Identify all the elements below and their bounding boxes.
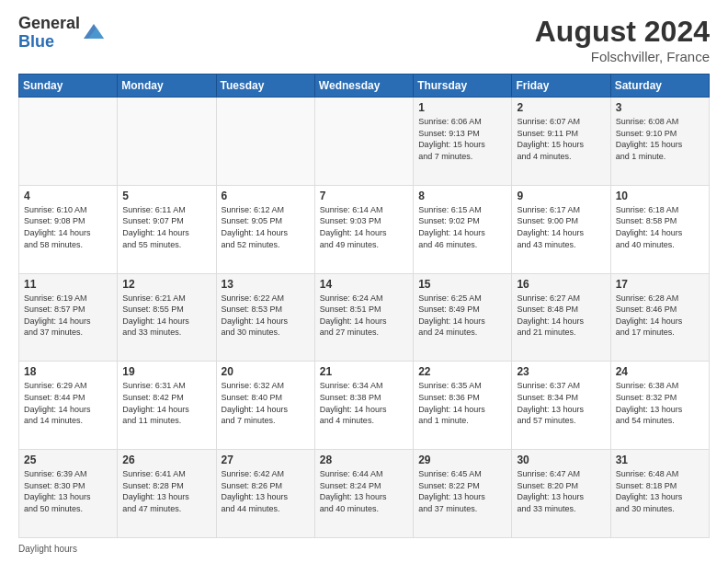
calendar-cell: 18Sunrise: 6:29 AM Sunset: 8:44 PM Dayli… [19, 362, 118, 450]
day-info: Sunrise: 6:08 AM Sunset: 9:10 PM Dayligh… [616, 116, 704, 162]
day-info: Sunrise: 6:17 AM Sunset: 9:00 PM Dayligh… [517, 204, 605, 250]
header: General Blue August 2024 Folschviller, F… [18, 15, 710, 64]
day-number: 6 [222, 190, 310, 202]
calendar-cell [216, 98, 314, 186]
day-number: 24 [616, 365, 704, 378]
page: General Blue August 2024 Folschviller, F… [0, 0, 728, 563]
day-info: Sunrise: 6:21 AM Sunset: 8:55 PM Dayligh… [122, 293, 210, 339]
calendar-cell: 17Sunrise: 6:28 AM Sunset: 8:46 PM Dayli… [610, 273, 709, 362]
calendar-cell: 20Sunrise: 6:32 AM Sunset: 8:40 PM Dayli… [216, 362, 314, 450]
calendar-cell [118, 98, 216, 186]
calendar-cell: 11Sunrise: 6:19 AM Sunset: 8:57 PM Dayli… [19, 273, 118, 362]
calendar-cell: 29Sunrise: 6:45 AM Sunset: 8:22 PM Dayli… [414, 450, 512, 538]
day-info: Sunrise: 6:48 AM Sunset: 8:18 PM Dayligh… [616, 468, 704, 514]
calendar-cell: 16Sunrise: 6:27 AM Sunset: 8:48 PM Dayli… [512, 273, 610, 362]
calendar-cell: 4Sunrise: 6:10 AM Sunset: 9:08 PM Daylig… [19, 185, 118, 273]
calendar-cell: 8Sunrise: 6:15 AM Sunset: 9:02 PM Daylig… [414, 185, 512, 273]
day-number: 20 [222, 365, 310, 378]
day-of-week-header: Wednesday [314, 75, 413, 98]
day-number: 14 [320, 278, 408, 291]
day-number: 31 [616, 454, 704, 466]
day-of-week-header: Monday [118, 75, 216, 98]
logo-general: General [18, 15, 80, 33]
day-number: 7 [320, 190, 408, 202]
day-number: 22 [418, 365, 506, 378]
calendar-cell: 7Sunrise: 6:14 AM Sunset: 9:03 PM Daylig… [314, 185, 413, 273]
day-info: Sunrise: 6:34 AM Sunset: 8:38 PM Dayligh… [320, 380, 408, 426]
calendar-cell: 12Sunrise: 6:21 AM Sunset: 8:55 PM Dayli… [118, 273, 216, 362]
logo-icon [84, 22, 104, 42]
day-info: Sunrise: 6:35 AM Sunset: 8:36 PM Dayligh… [418, 380, 506, 426]
calendar-cell: 3Sunrise: 6:08 AM Sunset: 9:10 PM Daylig… [610, 98, 709, 186]
day-info: Sunrise: 6:10 AM Sunset: 9:08 PM Dayligh… [24, 204, 112, 250]
day-number: 19 [122, 365, 210, 378]
day-number: 3 [616, 101, 704, 114]
day-info: Sunrise: 6:32 AM Sunset: 8:40 PM Dayligh… [222, 380, 310, 426]
day-info: Sunrise: 6:07 AM Sunset: 9:11 PM Dayligh… [517, 116, 605, 162]
day-info: Sunrise: 6:44 AM Sunset: 8:24 PM Dayligh… [320, 468, 408, 514]
calendar-cell: 5Sunrise: 6:11 AM Sunset: 9:07 PM Daylig… [118, 185, 216, 273]
logo-blue: Blue [18, 33, 80, 52]
day-of-week-header: Thursday [414, 75, 512, 98]
calendar-week-row: 18Sunrise: 6:29 AM Sunset: 8:44 PM Dayli… [19, 362, 710, 450]
calendar-cell: 10Sunrise: 6:18 AM Sunset: 8:58 PM Dayli… [610, 185, 709, 273]
day-info: Sunrise: 6:15 AM Sunset: 9:02 PM Dayligh… [418, 204, 506, 250]
day-info: Sunrise: 6:42 AM Sunset: 8:26 PM Dayligh… [222, 468, 310, 514]
calendar-cell [314, 98, 413, 186]
calendar-cell: 1Sunrise: 6:06 AM Sunset: 9:13 PM Daylig… [414, 98, 512, 186]
day-number: 10 [616, 190, 704, 202]
day-info: Sunrise: 6:37 AM Sunset: 8:34 PM Dayligh… [517, 380, 605, 426]
day-number: 5 [122, 190, 210, 202]
day-number: 1 [418, 101, 506, 114]
day-of-week-header: Friday [512, 75, 610, 98]
calendar-cell: 27Sunrise: 6:42 AM Sunset: 8:26 PM Dayli… [216, 450, 314, 538]
day-info: Sunrise: 6:47 AM Sunset: 8:20 PM Dayligh… [517, 468, 605, 514]
calendar: SundayMondayTuesdayWednesdayThursdayFrid… [18, 74, 710, 538]
day-number: 26 [122, 454, 210, 466]
day-info: Sunrise: 6:31 AM Sunset: 8:42 PM Dayligh… [122, 380, 210, 426]
day-info: Sunrise: 6:24 AM Sunset: 8:51 PM Dayligh… [320, 293, 408, 339]
day-number: 25 [24, 454, 112, 466]
title-block: August 2024 Folschviller, France [535, 15, 710, 64]
calendar-cell: 6Sunrise: 6:12 AM Sunset: 9:05 PM Daylig… [216, 185, 314, 273]
calendar-cell: 30Sunrise: 6:47 AM Sunset: 8:20 PM Dayli… [512, 450, 610, 538]
day-info: Sunrise: 6:12 AM Sunset: 9:05 PM Dayligh… [222, 204, 310, 250]
day-number: 11 [24, 278, 112, 291]
day-number: 23 [517, 365, 605, 378]
day-number: 12 [122, 278, 210, 291]
day-number: 30 [517, 454, 605, 466]
calendar-cell: 23Sunrise: 6:37 AM Sunset: 8:34 PM Dayli… [512, 362, 610, 450]
day-info: Sunrise: 6:27 AM Sunset: 8:48 PM Dayligh… [517, 293, 605, 339]
day-info: Sunrise: 6:29 AM Sunset: 8:44 PM Dayligh… [24, 380, 112, 426]
calendar-cell: 24Sunrise: 6:38 AM Sunset: 8:32 PM Dayli… [610, 362, 709, 450]
day-info: Sunrise: 6:25 AM Sunset: 8:49 PM Dayligh… [418, 293, 506, 339]
calendar-cell: 31Sunrise: 6:48 AM Sunset: 8:18 PM Dayli… [610, 450, 709, 538]
day-info: Sunrise: 6:38 AM Sunset: 8:32 PM Dayligh… [616, 380, 704, 426]
day-number: 16 [517, 278, 605, 291]
logo: General Blue [18, 15, 104, 52]
calendar-cell: 2Sunrise: 6:07 AM Sunset: 9:11 PM Daylig… [512, 98, 610, 186]
calendar-cell: 22Sunrise: 6:35 AM Sunset: 8:36 PM Dayli… [414, 362, 512, 450]
day-number: 17 [616, 278, 704, 291]
day-of-week-header: Tuesday [216, 75, 314, 98]
day-number: 2 [517, 101, 605, 114]
calendar-week-row: 25Sunrise: 6:39 AM Sunset: 8:30 PM Dayli… [19, 450, 710, 538]
day-of-week-header: Sunday [19, 75, 118, 98]
calendar-cell: 21Sunrise: 6:34 AM Sunset: 8:38 PM Dayli… [314, 362, 413, 450]
day-number: 15 [418, 278, 506, 291]
logo-text: General Blue [18, 15, 80, 52]
calendar-cell: 13Sunrise: 6:22 AM Sunset: 8:53 PM Dayli… [216, 273, 314, 362]
calendar-cell: 15Sunrise: 6:25 AM Sunset: 8:49 PM Dayli… [414, 273, 512, 362]
calendar-cell: 25Sunrise: 6:39 AM Sunset: 8:30 PM Dayli… [19, 450, 118, 538]
calendar-cell [19, 98, 118, 186]
day-info: Sunrise: 6:06 AM Sunset: 9:13 PM Dayligh… [418, 116, 506, 162]
day-info: Sunrise: 6:18 AM Sunset: 8:58 PM Dayligh… [616, 204, 704, 250]
day-number: 18 [24, 365, 112, 378]
day-info: Sunrise: 6:41 AM Sunset: 8:28 PM Dayligh… [122, 468, 210, 514]
calendar-week-row: 4Sunrise: 6:10 AM Sunset: 9:08 PM Daylig… [19, 185, 710, 273]
month-year: August 2024 [535, 15, 710, 49]
day-info: Sunrise: 6:19 AM Sunset: 8:57 PM Dayligh… [24, 293, 112, 339]
calendar-cell: 28Sunrise: 6:44 AM Sunset: 8:24 PM Dayli… [314, 450, 413, 538]
daylight-label: Daylight hours [18, 544, 77, 554]
day-info: Sunrise: 6:22 AM Sunset: 8:53 PM Dayligh… [222, 293, 310, 339]
